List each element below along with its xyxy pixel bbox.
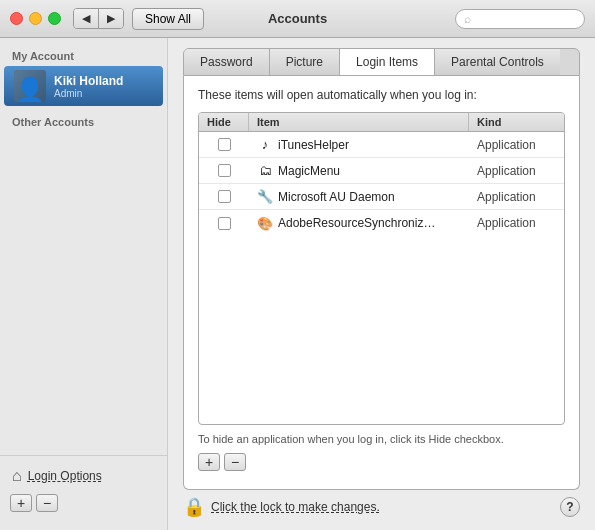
hide-checkbox-1[interactable] xyxy=(218,138,231,151)
row-kind-2: Application xyxy=(469,162,564,180)
account-role: Admin xyxy=(54,88,123,99)
right-panel: Password Picture Login Items Parental Co… xyxy=(168,38,595,530)
login-options-label: Login Options xyxy=(28,469,102,483)
tab-bar: Password Picture Login Items Parental Co… xyxy=(183,48,580,76)
items-table: Hide Item Kind ♪ iTunesHelper xyxy=(198,112,565,425)
col-header-hide: Hide xyxy=(199,113,249,131)
app-name-3: Microsoft AU Daemon xyxy=(278,190,395,204)
lock-icon: 🔒 xyxy=(183,496,205,518)
account-name: Kiki Holland xyxy=(54,74,123,88)
app-name-1: iTunesHelper xyxy=(278,138,349,152)
nav-buttons: ◀ ▶ xyxy=(73,8,124,29)
table-row: 🗂 MagicMenu Application xyxy=(199,158,564,184)
hide-checkbox-3[interactable] xyxy=(218,190,231,203)
add-remove-row: + − xyxy=(198,453,565,471)
table-body: ♪ iTunesHelper Application 🗂 Magi xyxy=(199,132,564,424)
account-item-kiki[interactable]: 👤 Kiki Holland Admin xyxy=(4,66,163,106)
minimize-button[interactable] xyxy=(29,12,42,25)
row-kind-4: Application xyxy=(469,214,564,232)
hide-checkbox-2[interactable] xyxy=(218,164,231,177)
tab-content: These items will open automatically when… xyxy=(183,76,580,490)
login-options-item[interactable]: ⌂ Login Options xyxy=(0,462,167,490)
sidebar-add-remove: + − xyxy=(0,490,167,516)
bottom-bar: 🔒 Click the lock to make changes. ? xyxy=(183,490,580,520)
show-all-button[interactable]: Show All xyxy=(132,8,204,30)
account-info: Kiki Holland Admin xyxy=(54,74,123,99)
tab-picture[interactable]: Picture xyxy=(270,49,340,75)
row-hide-3 xyxy=(199,188,249,205)
sidebar-bottom: ⌂ Login Options + − xyxy=(0,455,167,522)
sidebar-add-button[interactable]: + xyxy=(10,494,32,512)
sidebar-remove-button[interactable]: − xyxy=(36,494,58,512)
main-content: My Account 👤 Kiki Holland Admin Other Ac… xyxy=(0,38,595,530)
app-name-4: AdobeResourceSynchroniz… xyxy=(278,216,435,230)
house-icon: ⌂ xyxy=(12,467,22,485)
app-icon-3: 🔧 xyxy=(257,189,273,205)
tab-parental-controls[interactable]: Parental Controls xyxy=(435,49,560,75)
avatar: 👤 xyxy=(14,70,46,102)
maximize-button[interactable] xyxy=(48,12,61,25)
hide-checkbox-4[interactable] xyxy=(218,217,231,230)
table-row: 🔧 Microsoft AU Daemon Application xyxy=(199,184,564,210)
close-button[interactable] xyxy=(10,12,23,25)
tab-login-items[interactable]: Login Items xyxy=(340,49,435,75)
lock-label: Click the lock to make changes. xyxy=(211,500,380,514)
table-header: Hide Item Kind xyxy=(199,113,564,132)
table-row: 🎨 AdobeResourceSynchroniz… Application xyxy=(199,210,564,236)
col-header-item: Item xyxy=(249,113,469,131)
tab-password[interactable]: Password xyxy=(184,49,270,75)
row-item-1: ♪ iTunesHelper xyxy=(249,135,469,155)
lock-area[interactable]: 🔒 Click the lock to make changes. xyxy=(183,496,380,518)
window: ◀ ▶ Show All Accounts ⌕ My Account 👤 Kik… xyxy=(0,0,595,530)
search-box[interactable]: ⌕ xyxy=(455,9,585,29)
forward-button[interactable]: ▶ xyxy=(99,9,123,28)
table-row: ♪ iTunesHelper Application xyxy=(199,132,564,158)
sidebar: My Account 👤 Kiki Holland Admin Other Ac… xyxy=(0,38,168,530)
row-hide-1 xyxy=(199,136,249,153)
row-kind-1: Application xyxy=(469,136,564,154)
remove-item-button[interactable]: − xyxy=(224,453,246,471)
app-icon-2: 🗂 xyxy=(257,163,273,179)
app-name-2: MagicMenu xyxy=(278,164,340,178)
row-hide-2 xyxy=(199,162,249,179)
search-icon: ⌕ xyxy=(464,12,471,26)
other-accounts-label: Other Accounts xyxy=(0,106,167,132)
app-icon-1: ♪ xyxy=(257,137,273,153)
tab-description: These items will open automatically when… xyxy=(198,88,565,102)
app-icon-4: 🎨 xyxy=(257,215,273,231)
help-button[interactable]: ? xyxy=(560,497,580,517)
row-item-3: 🔧 Microsoft AU Daemon xyxy=(249,187,469,207)
back-button[interactable]: ◀ xyxy=(74,9,99,28)
row-item-4: 🎨 AdobeResourceSynchroniz… xyxy=(249,213,469,233)
row-item-2: 🗂 MagicMenu xyxy=(249,161,469,181)
avatar-icon: 👤 xyxy=(15,78,45,102)
window-title: Accounts xyxy=(268,11,327,26)
col-header-kind: Kind xyxy=(469,113,564,131)
window-controls xyxy=(10,12,61,25)
hint-text: To hide an application when you log in, … xyxy=(198,433,565,445)
my-account-label: My Account xyxy=(0,46,167,66)
title-bar: ◀ ▶ Show All Accounts ⌕ xyxy=(0,0,595,38)
row-hide-4 xyxy=(199,215,249,232)
row-kind-3: Application xyxy=(469,188,564,206)
search-input[interactable] xyxy=(474,13,576,25)
add-item-button[interactable]: + xyxy=(198,453,220,471)
